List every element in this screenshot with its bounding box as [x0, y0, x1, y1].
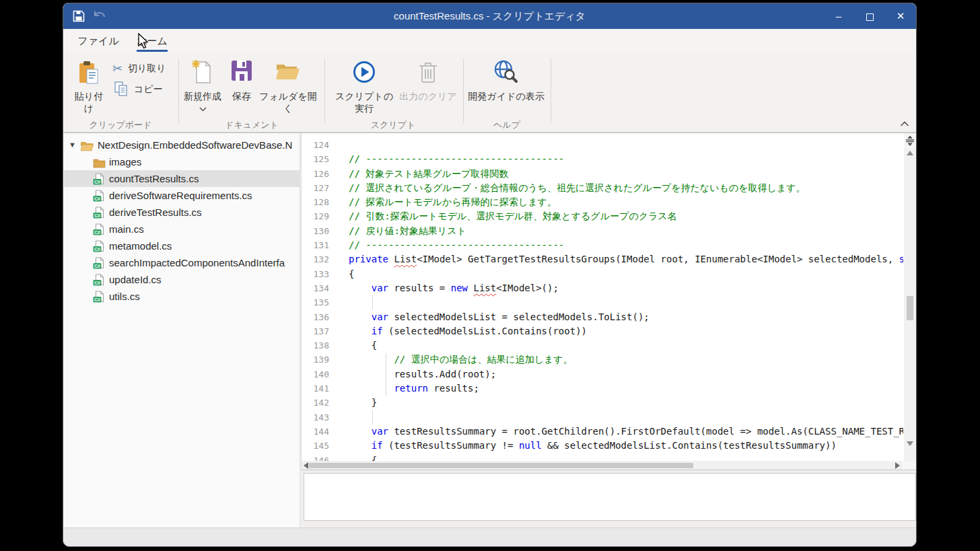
horizontal-scrollbar[interactable]	[302, 461, 903, 470]
dev-guide-label: 開発ガイドの表示	[468, 91, 544, 102]
line-number: 137	[302, 324, 329, 338]
line-number: 127	[302, 181, 329, 195]
group-separator	[324, 59, 325, 123]
tree-item[interactable]: C#updateId.cs	[64, 271, 300, 288]
horizontal-scroll-thumb[interactable]	[309, 463, 693, 468]
cut-label: 切り取り	[128, 63, 166, 73]
svg-text:C#: C#	[94, 196, 100, 201]
code-line: 136 var selectedModelsList = selectedMod…	[302, 310, 903, 324]
vertical-scroll-thumb[interactable]	[907, 296, 913, 320]
scroll-up-arrow[interactable]	[907, 151, 913, 155]
tree-item[interactable]: C#deriveTestResults.cs	[64, 204, 300, 221]
cut-icon: ✂	[112, 61, 123, 76]
line-number: 138	[302, 338, 329, 353]
split-editor-grip[interactable]	[904, 134, 916, 149]
code-editor[interactable]: 124125// -------------------------------…	[301, 133, 916, 470]
code-line: 135	[302, 295, 903, 309]
line-number: 131	[302, 238, 329, 252]
title-bar[interactable]: countTestResults.cs - スクリプトエディタ – ✕	[63, 3, 916, 29]
close-button[interactable]: ✕	[885, 3, 916, 29]
window-title: countTestResults.cs - スクリプトエディタ	[63, 3, 916, 29]
svg-text:C#: C#	[94, 264, 100, 268]
line-number: 133	[302, 267, 329, 281]
tree-item[interactable]: C#deriveSoftwareRequirements.cs	[64, 187, 300, 204]
new-document-button[interactable]: 新規作成	[180, 56, 225, 118]
open-folder-button[interactable]: フォルダを開く	[258, 56, 318, 118]
maximize-button[interactable]	[854, 3, 885, 29]
tree-item[interactable]: C#main.cs	[64, 221, 300, 237]
svg-text:C#: C#	[94, 297, 100, 302]
code-view[interactable]: 124125// -------------------------------…	[302, 133, 903, 462]
tree-item[interactable]: C#searchImpactedComponentsAndInterfa	[64, 254, 300, 271]
code-line: 124	[302, 138, 903, 152]
code-line: 138 {	[302, 338, 903, 353]
copy-button[interactable]: コピー	[114, 81, 163, 96]
paste-label: 貼り付け	[75, 91, 103, 114]
clear-output-icon	[398, 60, 458, 88]
tree-item[interactable]: ▼NextDesign.EmbeddedSoftwareDevBase.N	[64, 137, 300, 153]
file-tree-panel[interactable]: ▼NextDesign.EmbeddedSoftwareDevBase.Nima…	[64, 133, 300, 528]
save-label: 保存	[232, 91, 251, 102]
chevron-down-icon[interactable]	[199, 107, 207, 112]
code-line: 137 if (selectedModelsList.Contains(root…	[302, 324, 903, 338]
cut-button[interactable]: ✂ 切り取り	[112, 61, 166, 76]
line-number: 125	[302, 152, 329, 166]
scroll-left-arrow[interactable]	[304, 462, 308, 469]
vertical-scrollbar[interactable]	[904, 133, 916, 462]
csharp-file-icon: C#	[93, 291, 105, 305]
mouse-cursor	[137, 33, 149, 50]
tree-item[interactable]: C#utils.cs	[64, 288, 300, 305]
output-panel[interactable]	[304, 473, 916, 521]
line-number: 140	[302, 367, 329, 381]
scroll-down-arrow[interactable]	[907, 441, 913, 446]
paste-button[interactable]: 貼り付け	[70, 56, 108, 118]
tree-item-label: images	[109, 153, 141, 170]
code-line: 131// ----------------------------------…	[302, 238, 903, 252]
clear-output-button: 出力のクリア	[398, 56, 458, 118]
tree-item-label: NextDesign.EmbeddedSoftwareDevBase.N	[98, 137, 292, 153]
tab-file[interactable]: ファイル	[77, 29, 120, 53]
run-script-button[interactable]: スクリプトの実行	[331, 56, 397, 118]
tree-item[interactable]: C#countTestResults.cs	[64, 170, 300, 187]
code-line: 125// ----------------------------------…	[302, 152, 903, 166]
tree-item-label: main.cs	[109, 221, 144, 237]
line-number: 124	[302, 138, 329, 152]
line-number: 143	[302, 410, 329, 425]
tree-item-label: metamodel.cs	[109, 237, 172, 254]
main-area: ▼NextDesign.EmbeddedSoftwareDevBase.Nima…	[63, 133, 916, 527]
save-button[interactable]: 保存	[228, 56, 255, 118]
svg-text:C#: C#	[94, 281, 100, 285]
paste-icon	[70, 60, 108, 88]
code-line: 126// 対象テスト結果グループ取得関数	[302, 167, 903, 181]
tree-item-label: deriveTestResults.cs	[109, 204, 202, 221]
tree-item[interactable]: C#metamodel.cs	[64, 237, 300, 254]
collapse-ribbon-icon[interactable]	[900, 120, 909, 127]
open-folder-label: フォルダを開く	[259, 91, 317, 114]
dev-guide-button[interactable]: 開発ガイドの表示	[467, 56, 545, 118]
expander-icon[interactable]: ▼	[69, 137, 78, 153]
new-document-label: 新規作成	[184, 91, 221, 102]
minimize-button[interactable]: –	[823, 3, 854, 29]
group-label-help: ヘルプ	[467, 119, 547, 131]
tree-item-label: countTestResults.cs	[109, 170, 199, 187]
open-folder-icon	[258, 60, 318, 88]
tree-item[interactable]: images	[64, 153, 300, 170]
ribbon: 貼り付け ✂ 切り取り コピー クリップボード 新規作成 保存	[63, 53, 916, 133]
copy-icon	[114, 81, 129, 98]
line-number: 130	[302, 224, 329, 238]
tree-item-label: deriveSoftwareRequirements.cs	[109, 187, 252, 204]
line-number: 144	[302, 425, 329, 439]
code-line: 140 results.Add(root);	[302, 367, 903, 381]
code-line: 143	[302, 410, 903, 425]
scroll-right-arrow[interactable]	[895, 462, 900, 469]
csharp-file-icon: C#	[93, 207, 105, 221]
code-line: 127// 選択されているグループ・総合情報のうち、祖先に選択されたグループを持…	[302, 181, 903, 195]
csharp-file-icon: C#	[93, 240, 105, 254]
code-line: 132private List<IModel> GetTargetTestRes…	[302, 252, 903, 266]
csharp-file-icon: C#	[93, 257, 105, 271]
tree-item-label: updateId.cs	[109, 271, 162, 288]
scrollbar-corner	[904, 461, 916, 470]
group-label-script: スクリプト	[339, 119, 447, 131]
indent-guide	[372, 410, 373, 425]
save-icon	[228, 60, 255, 88]
